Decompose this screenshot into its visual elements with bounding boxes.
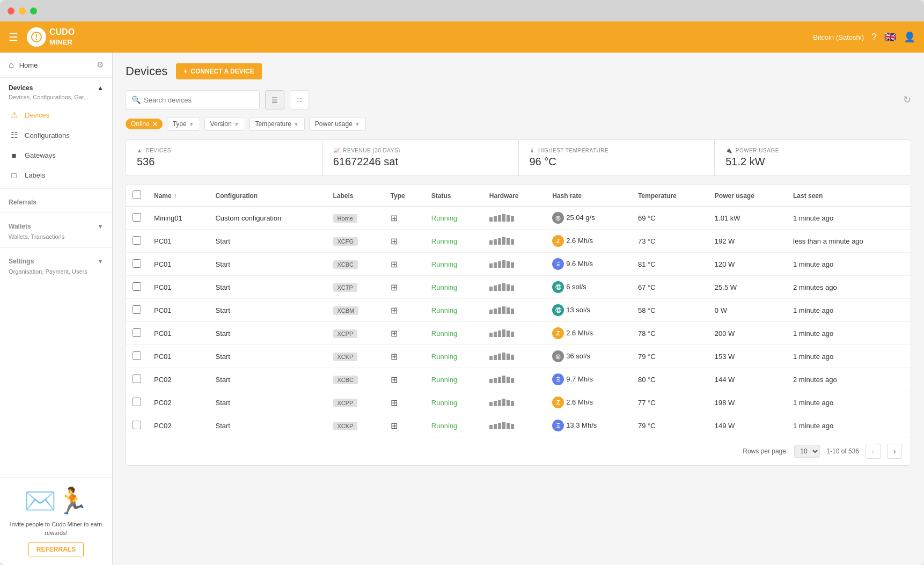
row-status: Running: [425, 345, 483, 368]
devices-group-header[interactable]: Devices ▲: [0, 78, 112, 94]
prev-page-button[interactable]: ‹: [866, 444, 881, 459]
type-filter[interactable]: Type ▼: [167, 117, 200, 131]
temperature-header[interactable]: Temperature: [632, 185, 708, 207]
rows-per-page-label: Rows per page:: [743, 447, 788, 455]
refresh-button[interactable]: ↻: [903, 94, 911, 106]
row-hardware: [483, 345, 546, 368]
row-hardware: [483, 253, 546, 276]
windows-icon: ⊞: [391, 283, 398, 292]
table-row: PC02 Start XCPP ⊞ Running Z2.6 Mh/s 77 °…: [126, 391, 911, 414]
row-checkbox[interactable]: [133, 375, 141, 383]
row-status: Running: [425, 414, 483, 437]
row-checkbox[interactable]: [133, 305, 141, 314]
row-type: ⊞: [384, 207, 425, 230]
search-input[interactable]: [144, 96, 254, 104]
devices-group-label: Devices: [9, 84, 33, 92]
power-usage-filter[interactable]: Power usage ▼: [309, 117, 366, 131]
close-button[interactable]: [8, 8, 14, 14]
status-header[interactable]: Status: [425, 185, 483, 207]
row-name: PC01: [148, 276, 209, 299]
stat-devices: ▲ DEVICES 536: [126, 140, 322, 175]
power-header[interactable]: Power usage: [708, 185, 787, 207]
row-checkbox[interactable]: [133, 398, 141, 406]
row-checkbox[interactable]: [133, 236, 141, 245]
row-checkbox[interactable]: [133, 213, 141, 222]
settings-section[interactable]: Settings ▼: [0, 251, 112, 268]
stat-power-value: 51.2 kW: [725, 156, 900, 168]
row-hashrate: Ξ9.7 Mh/s: [546, 368, 632, 391]
home-label: Home: [19, 61, 38, 69]
devices-table: Name ↑ Configuration Labels Type Status …: [126, 185, 911, 437]
referral-promo: ✉️🏃 Invite people to Cudo Miner to earn …: [0, 477, 112, 565]
grid-view-button[interactable]: ∷: [290, 90, 309, 109]
account-icon[interactable]: 👤: [904, 31, 915, 43]
devices-icon: ⚠: [9, 110, 19, 120]
select-all-checkbox[interactable]: [133, 190, 141, 199]
row-label: XCBM: [327, 299, 384, 322]
type-header[interactable]: Type: [384, 185, 425, 207]
sidebar-item-configurations[interactable]: ☷ Configurations: [0, 125, 112, 145]
wallets-section[interactable]: Wallets ▼: [0, 216, 112, 233]
version-filter[interactable]: Version ▼: [204, 117, 245, 131]
row-checkbox[interactable]: [133, 351, 141, 360]
row-checkbox[interactable]: [133, 259, 141, 268]
temperature-filter-label: Temperature: [255, 120, 291, 128]
thermometer-icon: 🌡: [530, 148, 536, 153]
row-name: Mining01: [148, 207, 209, 230]
currency-label[interactable]: Bitcoin (Satoshi): [813, 33, 864, 41]
row-name: PC02: [148, 368, 209, 391]
chip-remove-icon[interactable]: ✕: [152, 120, 158, 128]
row-config: Custom configuration: [209, 207, 326, 230]
row-status: Running: [425, 230, 483, 253]
flag-icon[interactable]: 🇬🇧: [884, 31, 896, 43]
row-temp: 79 °C: [632, 345, 708, 368]
plus-icon: +: [184, 68, 187, 75]
row-hashrate: ◎36 sol/s: [546, 345, 632, 368]
lastseen-header[interactable]: Last seen: [787, 185, 911, 207]
top-navigation: ☰ CUDOMINER Bitcoin (Satoshi) ? 🇬🇧 👤: [0, 21, 924, 53]
list-view-button[interactable]: ☰: [265, 90, 284, 109]
settings-gear-icon[interactable]: ⚙: [97, 60, 104, 70]
sidebar-item-gateways[interactable]: ■ Gateways: [0, 145, 112, 165]
divider: [0, 188, 112, 189]
help-icon[interactable]: ?: [871, 32, 877, 43]
hamburger-menu[interactable]: ☰: [9, 31, 18, 43]
windows-icon: ⊞: [391, 375, 398, 384]
devices-group-sub: Devices, Configurations, Gat...: [0, 94, 112, 105]
table-row: PC02 Start XCKP ⊞ Running Ξ13.3 Mh/s 79 …: [126, 414, 911, 437]
minimize-button[interactable]: [19, 8, 26, 14]
temperature-filter[interactable]: Temperature ▼: [250, 117, 305, 131]
plug-icon: 🔌: [725, 148, 732, 153]
sidebar-item-home[interactable]: ⌂ Home ⚙: [0, 53, 112, 78]
row-checkbox[interactable]: [133, 282, 141, 291]
page-title: Devices: [126, 64, 167, 78]
row-hashrate: Z2.6 Mh/s: [546, 322, 632, 345]
row-checkbox-cell: [126, 230, 148, 253]
row-checkbox[interactable]: [133, 328, 141, 337]
hashrate-header[interactable]: Hash rate: [546, 185, 632, 207]
rows-per-page-select[interactable]: 10 25 50: [794, 445, 820, 458]
labels-header[interactable]: Labels: [327, 185, 384, 207]
table-row: PC02 Start XCBC ⊞ Running Ξ9.7 Mh/s 80 °…: [126, 368, 911, 391]
table-row: PC01 Start XCBM ⊞ Running ⑬13 sol/s 58 °…: [126, 299, 911, 322]
row-temp: 69 °C: [632, 207, 708, 230]
row-label: XCBC: [327, 368, 384, 391]
sidebar-item-devices[interactable]: ⚠ Devices: [0, 105, 112, 125]
next-page-button[interactable]: ›: [887, 444, 902, 459]
row-status: Running: [425, 368, 483, 391]
sidebar-item-labels[interactable]: □ Labels: [0, 165, 112, 185]
row-checkbox[interactable]: [133, 421, 141, 429]
connect-device-button[interactable]: + CONNECT A DEVICE: [176, 63, 261, 79]
configuration-header[interactable]: Configuration: [209, 185, 326, 207]
titlebar: [0, 0, 924, 21]
maximize-button[interactable]: [30, 8, 37, 14]
referrals-button[interactable]: REFERRALS: [28, 542, 84, 556]
online-filter-chip[interactable]: Online ✕: [126, 119, 163, 129]
row-power: 153 W: [708, 345, 787, 368]
app-window: ☰ CUDOMINER Bitcoin (Satoshi) ? 🇬🇧 👤: [0, 0, 924, 565]
search-icon: 🔍: [131, 96, 141, 104]
hardware-header[interactable]: Hardware: [483, 185, 546, 207]
referrals-section[interactable]: Referrals: [0, 192, 112, 209]
name-header[interactable]: Name ↑: [148, 185, 209, 207]
row-power: 198 W: [708, 391, 787, 414]
